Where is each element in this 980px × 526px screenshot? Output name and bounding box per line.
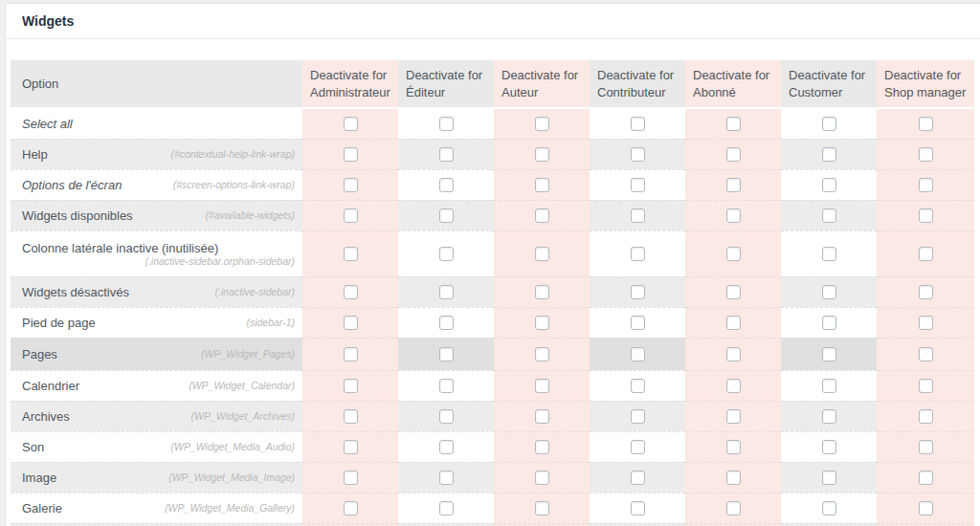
deactivate-checkbox[interactable] xyxy=(919,208,933,223)
deactivate-checkbox[interactable] xyxy=(726,501,741,515)
deactivate-checkbox[interactable] xyxy=(822,178,836,192)
deactivate-checkbox[interactable] xyxy=(726,409,741,424)
deactivate-checkbox[interactable] xyxy=(439,347,454,362)
deactivate-checkbox[interactable] xyxy=(822,440,836,454)
deactivate-checkbox[interactable] xyxy=(535,208,549,223)
deactivate-checkbox[interactable] xyxy=(822,347,836,362)
deactivate-checkbox[interactable] xyxy=(631,409,645,424)
deactivate-checkbox[interactable] xyxy=(631,208,645,223)
deactivate-checkbox[interactable] xyxy=(919,178,933,192)
deactivate-checkbox[interactable] xyxy=(439,501,454,515)
deactivate-checkbox[interactable] xyxy=(344,379,358,393)
deactivate-checkbox[interactable] xyxy=(535,347,549,362)
deactivate-checkbox[interactable] xyxy=(439,440,454,454)
deactivate-checkbox[interactable] xyxy=(726,147,741,162)
deactivate-checkbox[interactable] xyxy=(439,178,454,192)
deactivate-checkbox[interactable] xyxy=(726,178,741,192)
deactivate-checkbox[interactable] xyxy=(439,285,454,299)
deactivate-checkbox[interactable] xyxy=(344,316,358,330)
deactivate-checkbox[interactable] xyxy=(535,178,549,192)
deactivate-checkbox[interactable] xyxy=(822,379,836,393)
deactivate-checkbox[interactable] xyxy=(344,208,358,223)
deactivate-checkbox[interactable] xyxy=(344,147,358,162)
deactivate-checkbox[interactable] xyxy=(631,501,645,515)
deactivate-checkbox[interactable] xyxy=(344,285,358,299)
deactivate-checkbox[interactable] xyxy=(535,379,549,393)
deactivate-checkbox[interactable] xyxy=(439,409,454,424)
deactivate-checkbox[interactable] xyxy=(919,117,933,131)
deactivate-checkbox[interactable] xyxy=(439,147,454,162)
deactivate-checkbox[interactable] xyxy=(344,409,358,424)
deactivate-checkbox[interactable] xyxy=(822,285,836,299)
deactivate-checkbox[interactable] xyxy=(919,409,933,424)
deactivate-checkbox[interactable] xyxy=(631,247,645,261)
deactivate-checkbox[interactable] xyxy=(631,285,645,299)
deactivate-checkbox[interactable] xyxy=(726,347,741,362)
checkbox-cell xyxy=(877,431,974,462)
deactivate-checkbox[interactable] xyxy=(535,285,549,299)
checkbox-cell xyxy=(590,230,685,276)
deactivate-checkbox[interactable] xyxy=(535,147,549,162)
deactivate-checkbox[interactable] xyxy=(344,501,358,515)
deactivate-checkbox[interactable] xyxy=(726,379,741,393)
deactivate-checkbox[interactable] xyxy=(631,316,645,330)
deactivate-checkbox[interactable] xyxy=(439,247,454,261)
deactivate-checkbox[interactable] xyxy=(439,471,454,485)
deactivate-checkbox[interactable] xyxy=(726,316,741,330)
deactivate-checkbox[interactable] xyxy=(822,117,836,131)
deactivate-checkbox[interactable] xyxy=(822,409,836,424)
deactivate-checkbox[interactable] xyxy=(535,501,549,515)
deactivate-checkbox[interactable] xyxy=(919,347,933,362)
deactivate-checkbox[interactable] xyxy=(919,247,933,261)
deactivate-checkbox[interactable] xyxy=(535,471,549,485)
deactivate-checkbox[interactable] xyxy=(919,285,933,299)
deactivate-checkbox[interactable] xyxy=(822,501,836,515)
deactivate-checkbox[interactable] xyxy=(631,117,645,131)
checkbox-cell xyxy=(398,139,494,169)
deactivate-checkbox[interactable] xyxy=(822,247,836,261)
deactivate-checkbox[interactable] xyxy=(919,440,933,454)
checkbox-cell xyxy=(302,401,398,431)
checkbox-cell xyxy=(590,338,685,370)
deactivate-checkbox[interactable] xyxy=(726,208,741,223)
deactivate-checkbox[interactable] xyxy=(822,147,836,162)
deactivate-checkbox[interactable] xyxy=(631,147,645,162)
deactivate-checkbox[interactable] xyxy=(726,440,741,454)
deactivate-checkbox[interactable] xyxy=(535,117,549,131)
checkbox-cell xyxy=(398,230,494,276)
deactivate-checkbox[interactable] xyxy=(439,208,454,223)
deactivate-checkbox[interactable] xyxy=(535,440,549,454)
deactivate-checkbox[interactable] xyxy=(631,178,645,192)
deactivate-checkbox[interactable] xyxy=(535,409,549,424)
deactivate-checkbox[interactable] xyxy=(919,147,933,162)
deactivate-checkbox[interactable] xyxy=(822,208,836,223)
deactivate-checkbox[interactable] xyxy=(919,501,933,515)
deactivate-checkbox[interactable] xyxy=(344,440,358,454)
deactivate-checkbox[interactable] xyxy=(726,117,741,131)
options-table-wrap: Option Deactivate forAdministrateurDeact… xyxy=(11,60,980,526)
deactivate-checkbox[interactable] xyxy=(344,471,358,485)
deactivate-checkbox[interactable] xyxy=(439,117,454,131)
deactivate-checkbox[interactable] xyxy=(344,347,358,362)
deactivate-checkbox[interactable] xyxy=(344,117,358,131)
deactivate-checkbox[interactable] xyxy=(631,379,645,393)
deactivate-checkbox[interactable] xyxy=(726,247,741,261)
deactivate-checkbox[interactable] xyxy=(726,285,741,299)
deactivate-checkbox[interactable] xyxy=(439,379,454,393)
deactivate-checkbox[interactable] xyxy=(439,316,454,330)
deactivate-checkbox[interactable] xyxy=(631,347,645,362)
deactivate-checkbox[interactable] xyxy=(535,247,549,261)
deactivate-checkbox[interactable] xyxy=(726,471,741,485)
deactivate-checkbox[interactable] xyxy=(344,247,358,261)
deactivate-checkbox[interactable] xyxy=(919,379,933,393)
deactivate-checkbox[interactable] xyxy=(631,440,645,454)
deactivate-checkbox[interactable] xyxy=(631,471,645,485)
deactivate-checkbox[interactable] xyxy=(344,178,358,192)
deactivate-checkbox[interactable] xyxy=(535,316,549,330)
deactivate-checkbox[interactable] xyxy=(822,316,836,330)
deactivate-checkbox[interactable] xyxy=(919,471,933,485)
deactivate-checkbox[interactable] xyxy=(822,471,836,485)
option-label: Galerie xyxy=(22,501,62,515)
deactivate-checkbox[interactable] xyxy=(919,316,933,330)
option-label: Archives xyxy=(22,409,70,424)
